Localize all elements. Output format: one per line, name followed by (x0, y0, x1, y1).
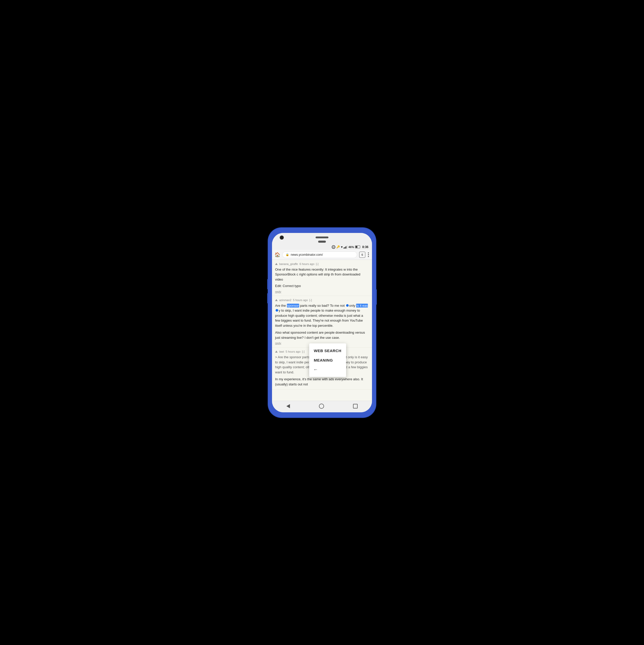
upvote-button-3[interactable] (275, 351, 278, 353)
vpn-key-icon: 🔑 (336, 245, 340, 249)
context-menu-back-button[interactable]: ← (309, 365, 346, 374)
home-nav-button[interactable] (319, 404, 324, 409)
comment-text-2: Are the sponsor parts really so bad? To … (275, 303, 369, 328)
username-1: banana_giraffe (279, 262, 298, 265)
context-menu-web-search[interactable]: WEB SEARCH (309, 346, 346, 356)
toggle-2[interactable]: [-] (309, 298, 312, 301)
url-text: news.ycombinator.com/ (291, 253, 323, 256)
selected-word: sponsor (287, 304, 299, 307)
selection-handle-left (346, 304, 349, 307)
context-menu-meaning[interactable]: MEANING (309, 356, 346, 365)
context-menu: WEB SEARCH MEANING ← (309, 344, 346, 377)
content-area[interactable]: banana_giraffe 6 hours ago [-] One of th… (272, 260, 372, 401)
phone-hardware-top (272, 233, 372, 244)
status-icons: 🔑 ▾ 46% 8:36 (332, 245, 368, 249)
wifi-icon: ▾ (341, 245, 342, 249)
edit-note-1: Edit: Correct typo (275, 283, 369, 288)
sensor-bar (318, 241, 326, 243)
comment-header-2: azinman2 5 hours ago [-] (275, 298, 369, 301)
volume-up-button[interactable] (267, 279, 268, 289)
menu-dot-3 (368, 256, 369, 257)
browser-nav: 🏠 🔒 news.ycombinator.com/ 6 (275, 251, 369, 258)
battery-percent: 46% (348, 245, 354, 249)
power-button[interactable] (376, 289, 377, 305)
comment-azinman2: azinman2 5 hours ago [-] Are the sponsor… (272, 296, 372, 348)
username-2: azinman2 (279, 298, 292, 301)
toggle-1[interactable]: [-] (316, 262, 318, 265)
battery-icon (355, 245, 360, 248)
upvote-button-2[interactable] (275, 299, 278, 301)
signal-bar-1 (343, 247, 344, 249)
selected-text: is it eas (356, 304, 368, 307)
lock-icon: 🔒 (286, 253, 289, 256)
comment-banana-giraffe: banana_giraffe 6 hours ago [-] One of th… (272, 260, 372, 296)
browser-menu-button[interactable] (367, 252, 369, 257)
bottom-nav (272, 401, 372, 412)
dnd-icon (332, 245, 335, 249)
signal-icon (343, 245, 347, 249)
browser-chrome: 🏠 🔒 news.ycombinator.com/ 6 (272, 250, 372, 260)
comment-header-1: banana_giraffe 6 hours ago [-] (275, 262, 369, 265)
reply-link-1[interactable]: reply (275, 290, 369, 293)
toggle-3[interactable]: [-] (302, 350, 305, 353)
phone-device: 🔑 ▾ 46% 8:36 🏠 (268, 228, 376, 417)
menu-dot-2 (368, 254, 369, 255)
url-bar[interactable]: 🔒 news.ycombinator.com/ (282, 251, 357, 258)
battery-fill (356, 246, 357, 248)
upvote-button-1[interactable] (275, 263, 278, 265)
comment-text-2b: Also what sponsored content are people d… (275, 330, 369, 340)
comment-text-1: One of the nice features recently: It in… (275, 267, 369, 282)
status-bar: 🔑 ▾ 46% 8:36 (272, 244, 372, 250)
signal-bar-2 (345, 247, 345, 249)
menu-dot-1 (368, 252, 369, 253)
time-ago-2: 5 hours ago (293, 298, 308, 301)
back-nav-button[interactable] (286, 404, 290, 408)
comment-text-3: In my experience, it's the same with ads… (275, 377, 369, 387)
earpiece (316, 236, 328, 238)
signal-bar-4 (347, 245, 347, 249)
time-ago-3: 5 hours ago (286, 350, 301, 353)
recents-nav-button[interactable] (353, 404, 358, 409)
tab-count-button[interactable]: 6 (359, 252, 365, 258)
status-time: 8:36 (362, 245, 368, 249)
username-3: lawi (279, 350, 284, 353)
phone-screen: 🔑 ▾ 46% 8:36 🏠 (272, 233, 372, 412)
browser-home-button[interactable]: 🏠 (275, 252, 280, 257)
volume-down-button[interactable] (267, 293, 268, 303)
signal-bar-3 (346, 246, 346, 249)
time-ago-1: 6 hours ago (299, 262, 314, 265)
selection-handle-right (276, 309, 278, 311)
front-camera (280, 235, 284, 240)
